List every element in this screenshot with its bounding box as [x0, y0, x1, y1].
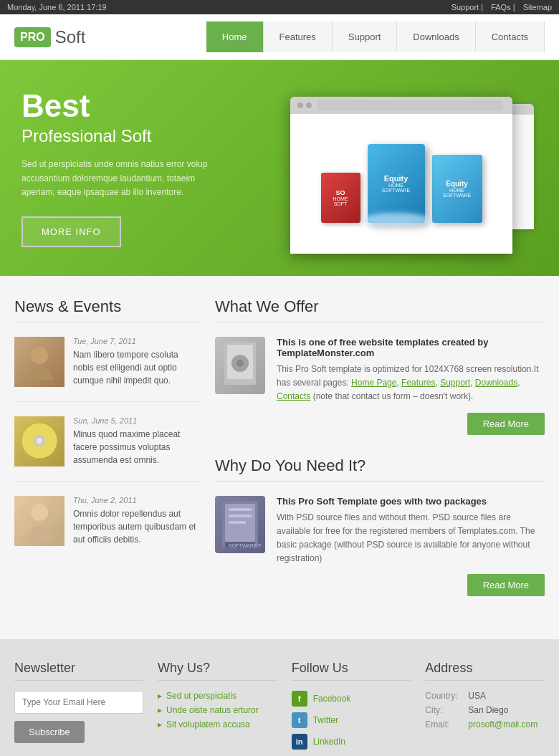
nav-item-support[interactable]: Support — [333, 21, 398, 52]
address-email-row: Email: prosoft@mail.com — [425, 719, 545, 729]
news-content-3: Thu, June 2, 2011 Omnis dolor repellendu… — [73, 496, 201, 546]
hero-more-info-button[interactable]: MORE INFO — [22, 216, 121, 247]
why-item: SOFTWARE PC This Pro Soft Template goes … — [215, 496, 545, 597]
why-us-links: Sed ut perspiciatis Unde oiste natus ert… — [158, 691, 277, 729]
twitter-icon: t — [292, 712, 307, 728]
country-label: Country: — [425, 691, 461, 701]
news-date-3: Thu, June 2, 2011 — [73, 496, 201, 504]
svg-point-3 — [37, 438, 42, 444]
news-section-title: News & Events — [14, 297, 201, 322]
top-bar: Monday, June 6, 2011 17:19 Support | FAQ… — [0, 0, 559, 14]
news-thumbnail-1 — [14, 337, 64, 387]
offer-text-1: This Pro Soft template is optimized for … — [277, 363, 545, 404]
news-date-1: Tue, June 7, 2011 — [73, 337, 201, 345]
news-item: Tue, June 7, 2011 Nam libero tempore cso… — [14, 337, 201, 402]
hero-image: background SO HOMESOFT — [244, 60, 559, 276]
address-title: Address — [425, 661, 545, 681]
logo-badge: PRO — [14, 27, 51, 47]
twitter-link[interactable]: Twitter — [313, 715, 338, 725]
newsletter-email-input[interactable] — [14, 691, 143, 714]
offer-title-1: This is one of free website templates cr… — [277, 337, 545, 358]
support-link-offer[interactable]: Support — [440, 378, 470, 388]
news-thumbnail-2 — [14, 416, 64, 466]
offer-content-1: This is one of free website templates cr… — [277, 337, 545, 435]
news-item: Thu, June 2, 2011 Omnis dolor repellendu… — [14, 496, 201, 560]
newsletter-section: Newsletter Subscribe — [14, 661, 143, 755]
address-country-row: Country: USA — [425, 691, 545, 701]
svg-point-8 — [236, 360, 244, 367]
why-us-title: Why Us? — [158, 661, 277, 681]
support-link[interactable]: Support — [452, 3, 479, 11]
linkedin-link[interactable]: LinkedIn — [313, 737, 345, 747]
svg-rect-11 — [229, 508, 252, 511]
svg-point-0 — [31, 347, 48, 364]
read-more-button-2[interactable]: Read More — [467, 574, 545, 596]
why-title: This Pro Soft Template goes with two pac… — [277, 496, 545, 507]
hero-description: Sed ut perspiciatis unde omnis natius er… — [22, 158, 222, 199]
why-us-link-2[interactable]: Unde oiste natus erturor — [158, 705, 277, 715]
read-more-button-1[interactable]: Read More — [467, 413, 545, 435]
nav-item-home[interactable]: Home — [206, 21, 264, 52]
why-section-title: Why Do You Need It? — [215, 456, 545, 482]
offer-thumbnail-1 — [215, 337, 265, 394]
why-us-link-1[interactable]: Sed ut perspiciatis — [158, 691, 277, 701]
facebook-icon: f — [292, 691, 307, 707]
footer-top: Newsletter Subscribe Why Us? Sed ut pers… — [0, 639, 559, 756]
features-link[interactable]: Features — [401, 378, 435, 388]
offer-item: This is one of free website templates cr… — [215, 337, 545, 435]
news-column: News & Events Tue, June 7, 2011 Nam libe… — [14, 297, 201, 618]
news-date-2: Sun, June 5, 2011 — [73, 416, 201, 425]
nav-item-features[interactable]: Features — [264, 21, 333, 52]
svg-rect-12 — [229, 515, 252, 517]
top-bar-links: Support | FAQs | Sitemap — [446, 3, 552, 11]
hero-subtitle: Professional Soft — [22, 126, 222, 146]
news-item: Sun, June 5, 2011 Minus quod maxime plac… — [14, 416, 201, 482]
datetime: Monday, June 6, 2011 17:19 — [7, 3, 107, 11]
why-us-link-3[interactable]: Sit voluplatem accusa — [158, 719, 277, 729]
linkedin-icon: in — [292, 734, 307, 750]
why-thumbnail: SOFTWARE PC — [215, 496, 265, 553]
city-label: City: — [425, 705, 461, 715]
what-we-offer-section: What We Offer This is one of free websit… — [215, 297, 545, 435]
contacts-link[interactable]: Contacts — [277, 391, 310, 401]
news-text-2: Minus quod maxime placeat facere possimu… — [73, 428, 201, 466]
svg-rect-13 — [229, 521, 246, 524]
sitemap-link[interactable]: Sitemap — [523, 3, 552, 11]
email-label: Email: — [425, 719, 461, 729]
nav: Home Features Support Downloads Contacts — [206, 21, 545, 52]
address-city-row: City: San Diego — [425, 705, 545, 715]
follow-us-section: Follow Us f Facebook t Twitter in Linked… — [292, 661, 411, 755]
news-thumbnail-3 — [14, 496, 64, 546]
hero-title: Best — [22, 89, 222, 123]
news-content-2: Sun, June 5, 2011 Minus quod maxime plac… — [73, 416, 201, 466]
nav-item-contacts[interactable]: Contacts — [476, 21, 545, 52]
why-us-section: Why Us? Sed ut perspiciatis Unde oiste n… — [158, 661, 277, 755]
logo: PRO Soft — [14, 27, 85, 47]
nav-item-downloads[interactable]: Downloads — [397, 21, 475, 52]
news-text-1: Nam libero tempore csoluta nobis est eli… — [73, 348, 201, 387]
hero-text: Best Professional Soft Sed ut perspiciat… — [22, 89, 222, 247]
divider2: | — [513, 3, 517, 11]
divider: | — [481, 3, 485, 11]
country-value: USA — [468, 691, 486, 701]
subscribe-button[interactable]: Subscribe — [14, 721, 85, 743]
social-facebook: f Facebook — [292, 691, 411, 707]
hero-section: Best Professional Soft Sed ut perspiciat… — [0, 60, 559, 276]
svg-text:SOFTWARE PC: SOFTWARE PC — [229, 543, 262, 548]
svg-point-4 — [31, 504, 48, 521]
news-text-3: Omnis dolor repellendus aut temporibus a… — [73, 507, 201, 546]
why-content: This Pro Soft Template goes with two pac… — [277, 496, 545, 597]
facebook-link[interactable]: Facebook — [313, 694, 351, 704]
faqs-link[interactable]: FAQs — [491, 3, 511, 11]
why-section: Why Do You Need It? SOFTWARE PC This Pro… — [215, 456, 545, 597]
email-link[interactable]: prosoft@mail.com — [468, 719, 538, 729]
news-content-1: Tue, June 7, 2011 Nam libero tempore cso… — [73, 337, 201, 387]
city-value: San Diego — [468, 705, 508, 715]
downloads-link[interactable]: Downloads — [475, 378, 517, 388]
newsletter-title: Newsletter — [14, 661, 143, 681]
address-section: Address Country: USA City: San Diego Ema… — [425, 661, 545, 755]
offer-column: What We Offer This is one of free websit… — [215, 297, 545, 618]
homepage-link[interactable]: Home Page — [351, 378, 396, 388]
logo-text: Soft — [55, 27, 86, 47]
follow-us-title: Follow Us — [292, 661, 411, 681]
